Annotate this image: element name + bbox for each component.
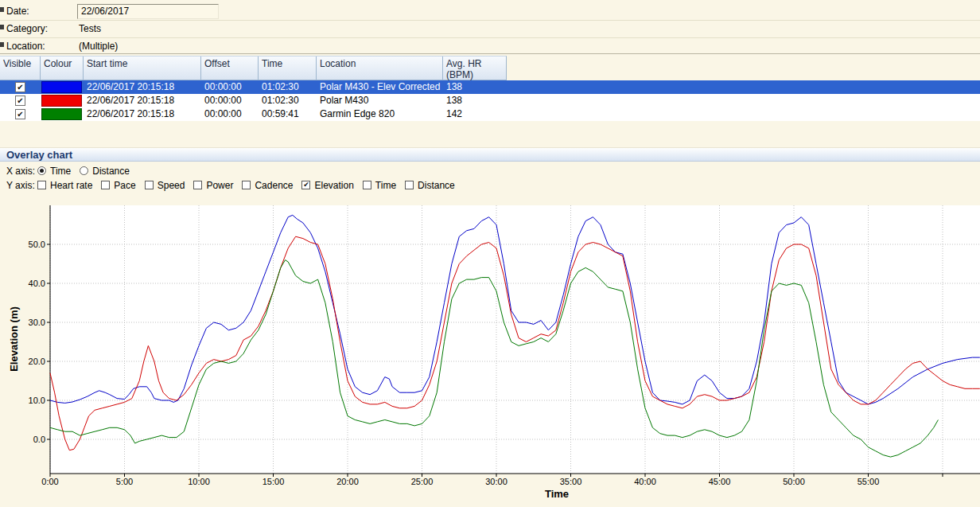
radio-icon[interactable] bbox=[80, 166, 88, 175]
checkbox-label: Cadence bbox=[255, 180, 293, 191]
column-header-time[interactable]: Time bbox=[259, 57, 317, 81]
overlay-chart-section-header: Overlay chart bbox=[0, 147, 980, 162]
y-axis-title: Elevation (m) bbox=[8, 306, 20, 372]
category-value: Tests bbox=[79, 23, 101, 34]
y-axis-option-pace[interactable]: Pace bbox=[101, 180, 135, 191]
checkbox-icon[interactable] bbox=[363, 181, 371, 189]
column-header-location[interactable]: Location bbox=[317, 57, 443, 81]
cell-time: 00:59:41 bbox=[259, 107, 317, 121]
cell-start-time: 22/06/2017 20:15:18 bbox=[84, 80, 201, 94]
checkbox-icon[interactable] bbox=[37, 181, 46, 189]
column-header-colour[interactable]: Colour bbox=[41, 57, 84, 81]
y-axis-option-power[interactable]: Power bbox=[193, 180, 233, 191]
cell-offset: 00:00:00 bbox=[201, 94, 259, 107]
x-tick-label: 30:00 bbox=[485, 477, 508, 486]
cell-start-time: 22/06/2017 20:15:18 bbox=[84, 94, 201, 107]
left-edge-mark bbox=[0, 42, 4, 47]
radio-icon[interactable] bbox=[37, 166, 46, 175]
location-label: Location: bbox=[6, 41, 45, 52]
row-visible-checkbox[interactable]: ✔ bbox=[15, 96, 25, 106]
checkbox-icon[interactable]: ✔ bbox=[301, 181, 310, 189]
cell-offset: 00:00:00 bbox=[201, 107, 259, 121]
date-label: Date: bbox=[6, 6, 29, 17]
row-visible-checkbox[interactable]: ✔ bbox=[15, 109, 25, 119]
x-axis-option-distance[interactable]: Distance bbox=[80, 166, 130, 177]
cell-avg-hr: 138 bbox=[443, 94, 507, 107]
row-visible-checkbox[interactable]: ✔ bbox=[15, 82, 25, 92]
row-colour-swatch[interactable] bbox=[41, 108, 82, 120]
y-axis-option-heart-rate[interactable]: Heart rate bbox=[37, 180, 92, 191]
checkbox-icon[interactable] bbox=[405, 181, 414, 189]
row-colour-swatch[interactable] bbox=[41, 81, 82, 93]
table-row[interactable]: ✔22/06/2017 20:15:1800:00:0000:59:41Garm… bbox=[0, 107, 980, 121]
x-tick-label: 10:00 bbox=[188, 477, 210, 486]
y-axis-option-cadence[interactable]: Cadence bbox=[242, 180, 293, 191]
table-body: ✔22/06/2017 20:15:1800:00:0001:02:30Pola… bbox=[0, 80, 980, 121]
x-tick-label: 55:00 bbox=[858, 477, 880, 486]
x-tick-label: 40:00 bbox=[634, 477, 656, 486]
column-header-visible[interactable]: Visible bbox=[0, 57, 41, 81]
left-edge-mark bbox=[0, 25, 4, 29]
checkbox-icon[interactable] bbox=[193, 181, 202, 189]
x-tick-label: 50:00 bbox=[783, 477, 805, 486]
x-axis-title: Time bbox=[545, 488, 569, 500]
cell-avg-hr: 138 bbox=[443, 80, 507, 94]
table-header: VisibleColourStart timeOffsetTimeLocatio… bbox=[0, 56, 507, 80]
y-tick-label: 40.0 bbox=[29, 279, 45, 288]
cell-start-time: 22/06/2017 20:15:18 bbox=[84, 107, 201, 121]
y-axis-option-time[interactable]: Time bbox=[363, 180, 396, 191]
left-edge-mark bbox=[0, 7, 4, 12]
separator bbox=[0, 53, 980, 54]
column-header-offset[interactable]: Offset bbox=[201, 57, 259, 81]
checkbox-icon[interactable] bbox=[145, 181, 154, 189]
separator bbox=[0, 20, 980, 21]
table-row[interactable]: ✔22/06/2017 20:15:1800:00:0001:02:30Pola… bbox=[0, 80, 980, 94]
y-tick-label: 20.0 bbox=[29, 357, 45, 366]
y-axis-option-speed[interactable]: Speed bbox=[145, 180, 185, 191]
row-colour-swatch[interactable] bbox=[41, 95, 82, 107]
checkbox-label: Distance bbox=[418, 180, 455, 191]
radio-label: Distance bbox=[92, 166, 130, 177]
x-tick-label: 35:00 bbox=[560, 477, 582, 486]
separator bbox=[0, 37, 980, 38]
checkbox-label: Pace bbox=[114, 180, 135, 191]
y-axis-controls: Y axis:Heart ratePaceSpeedPowerCadence✔E… bbox=[6, 179, 464, 191]
x-axis-option-time[interactable]: Time bbox=[37, 166, 71, 177]
column-header-avg-hr-bpm[interactable]: Avg. HR (BPM) bbox=[443, 57, 507, 81]
location-value: (Multiple) bbox=[79, 41, 118, 52]
checkbox-icon[interactable] bbox=[242, 181, 251, 189]
cell-location: Polar M430 - Elev Corrected bbox=[317, 80, 443, 94]
column-header-start-time[interactable]: Start time bbox=[84, 57, 201, 81]
cell-location: Polar M430 bbox=[317, 94, 443, 107]
radio-label: Time bbox=[50, 166, 71, 177]
category-label: Category: bbox=[6, 23, 48, 34]
y-tick-label: 0.0 bbox=[33, 435, 45, 444]
checkbox-icon[interactable] bbox=[101, 181, 110, 189]
checkbox-label: Elevation bbox=[314, 180, 353, 191]
y-axis-option-elevation[interactable]: ✔Elevation bbox=[301, 180, 353, 191]
date-input[interactable]: 22/06/2017 bbox=[77, 4, 219, 19]
x-tick-label: 0:00 bbox=[41, 477, 58, 486]
elevation-overlay-chart: 0.010.020.030.040.050.00:005:0010:0015:0… bbox=[0, 197, 980, 507]
x-axis-controls: X axis:TimeDistance bbox=[6, 165, 138, 177]
checkbox-label: Time bbox=[375, 180, 396, 191]
y-tick-label: 50.0 bbox=[29, 240, 45, 249]
table-row[interactable]: ✔22/06/2017 20:15:1800:00:0001:02:30Pola… bbox=[0, 94, 980, 107]
x-axis-label: X axis: bbox=[6, 166, 37, 177]
y-tick-label: 30.0 bbox=[29, 318, 45, 327]
y-tick-label: 10.0 bbox=[29, 396, 45, 405]
checkbox-label: Speed bbox=[158, 180, 185, 191]
y-axis-label: Y axis: bbox=[6, 180, 37, 191]
sessions-table: VisibleColourStart timeOffsetTimeLocatio… bbox=[0, 56, 980, 122]
x-tick-label: 15:00 bbox=[262, 477, 285, 486]
checkbox-label: Heart rate bbox=[50, 180, 92, 191]
x-tick-label: 20:00 bbox=[336, 477, 359, 486]
x-tick-label: 45:00 bbox=[709, 477, 731, 486]
cell-location: Garmin Edge 820 bbox=[317, 107, 443, 121]
overlay-chart-title: Overlay chart bbox=[6, 149, 72, 161]
y-axis-option-distance[interactable]: Distance bbox=[405, 180, 455, 191]
cell-time: 01:02:30 bbox=[259, 94, 317, 107]
cell-offset: 00:00:00 bbox=[201, 80, 259, 94]
x-tick-label: 5:00 bbox=[116, 477, 133, 486]
x-tick-label: 25:00 bbox=[411, 477, 434, 486]
